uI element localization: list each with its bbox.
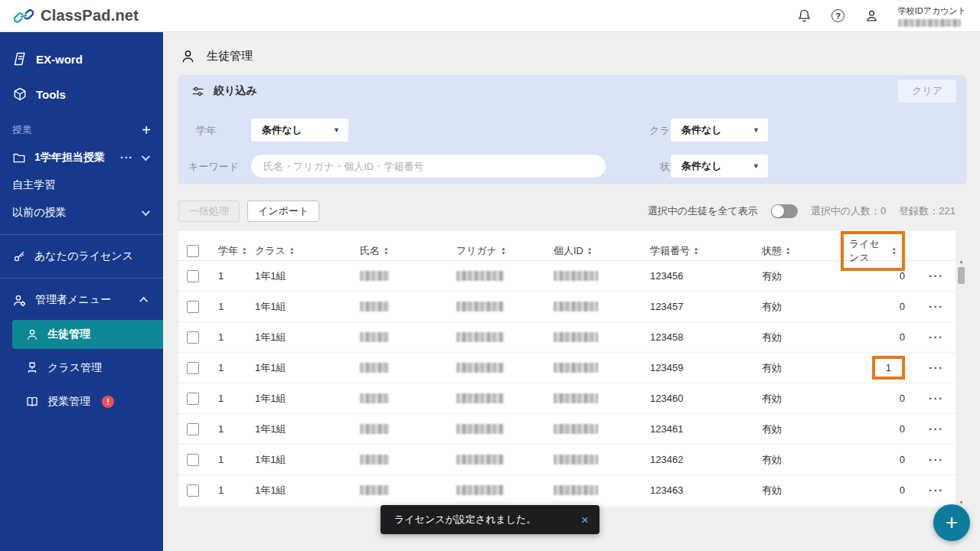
personal-id-cell	[533, 353, 629, 383]
chevron-down-icon[interactable]	[142, 207, 150, 216]
row-actions-icon[interactable]: ···	[929, 454, 944, 466]
row-checkbox[interactable]	[187, 423, 199, 435]
row-checkbox[interactable]	[187, 362, 199, 374]
kana-cell	[436, 322, 533, 352]
sort-grade[interactable]: 学年 ▲▼	[218, 244, 247, 258]
student-number-cell: 123460	[629, 383, 741, 413]
name-redacted	[360, 332, 389, 342]
status-dropdown[interactable]: 条件なし ▼	[671, 155, 768, 178]
clear-filter-button[interactable]: クリア	[898, 80, 956, 103]
row-checkbox[interactable]	[187, 270, 199, 282]
class-cell: 1年1組	[247, 383, 339, 413]
name-cell	[339, 383, 436, 413]
show-selected-toggle[interactable]	[771, 204, 798, 218]
sidebar-item-admin-menu[interactable]: 管理者メニュー	[0, 286, 163, 314]
logo-text: ClassPad.net	[41, 7, 139, 24]
license-cell: 0	[841, 261, 917, 291]
personal-id-redacted	[554, 485, 598, 495]
user-account-icon[interactable]	[864, 8, 880, 24]
sidebar-section-lessons: 授業 +	[0, 116, 163, 144]
help-icon[interactable]: ?	[831, 8, 846, 24]
folder-more-icon[interactable]: ···	[120, 152, 133, 164]
table-scrollbar[interactable]: ▲ ▼	[956, 257, 966, 507]
sort-arrows-icon: ▲▼	[892, 246, 897, 255]
sidebar-item-self-study[interactable]: 自主学習	[0, 171, 163, 199]
kana-cell	[436, 414, 533, 444]
sort-kana[interactable]: フリガナ ▲▼	[456, 244, 506, 258]
row-checkbox[interactable]	[187, 484, 199, 497]
sidebar-item-student-management[interactable]: 生徒管理	[12, 320, 163, 349]
kana-cell	[436, 475, 533, 505]
table-row: 1 1年1組 123463 有効 0 ···	[178, 475, 956, 506]
add-lesson-icon[interactable]: +	[142, 122, 151, 139]
student-number-cell: 123461	[629, 414, 741, 444]
header-right: ? 学校IDアカウント	[797, 5, 966, 27]
class-cell: 1年1組	[247, 292, 339, 321]
class-cell: 1年1組	[247, 322, 339, 352]
grade-cell: 1	[212, 414, 247, 444]
dropdown-caret-icon: ▼	[753, 126, 760, 134]
scrollbar-thumb[interactable]	[958, 267, 965, 284]
notification-bell-icon[interactable]	[797, 8, 812, 24]
toast-message: ライセンスが設定されました。	[394, 513, 536, 527]
sort-personal-id[interactable]: 個人ID ▲▼	[554, 244, 592, 258]
table-row: 1 1年1組 123457 有効 0 ···	[178, 292, 956, 322]
row-checkbox[interactable]	[187, 393, 199, 405]
row-actions-icon[interactable]: ···	[929, 301, 944, 313]
person-icon	[180, 48, 196, 64]
row-actions-icon[interactable]: ···	[929, 270, 944, 282]
sidebar-item-lesson-management[interactable]: 授業管理 !	[0, 387, 163, 416]
kana-redacted	[456, 271, 504, 281]
status-cell: 有効	[741, 445, 841, 474]
sidebar-item-ex-word[interactable]: EX-word	[0, 41, 163, 77]
row-checkbox[interactable]	[187, 331, 199, 344]
scroll-up-icon[interactable]: ▲	[959, 257, 964, 266]
student-table: 学年 ▲▼ クラス ▲▼ 氏名 ▲▼ フリガナ ▲▼ 個人ID ▲▼ 学籍番号 …	[178, 231, 956, 507]
classpad-logo[interactable]: ClassPad.net	[14, 6, 139, 26]
kana-redacted	[456, 424, 504, 434]
row-actions-icon[interactable]: ···	[929, 331, 944, 344]
row-actions-icon[interactable]: ···	[929, 393, 944, 405]
kana-cell	[436, 353, 533, 383]
account-type-label: 学校IDアカウント	[898, 5, 966, 17]
sidebar-item-tools[interactable]: Tools	[0, 77, 163, 112]
license-cell: 0	[841, 292, 917, 321]
chevron-down-icon[interactable]	[142, 152, 150, 161]
import-button[interactable]: インポート	[247, 201, 319, 222]
sidebar-item-class-management[interactable]: クラス管理	[0, 354, 163, 383]
toast-close-icon[interactable]: ×	[581, 514, 589, 527]
keyword-search-input[interactable]	[251, 155, 606, 178]
toast-notification: ライセンスが設定されました。 ×	[381, 505, 599, 534]
sidebar-item-lesson-folder[interactable]: 1学年担当授業 ···	[0, 144, 163, 171]
account-info[interactable]: 学校IDアカウント	[898, 5, 966, 27]
personal-id-cell	[533, 383, 629, 413]
row-actions-icon[interactable]: ···	[929, 484, 944, 497]
sidebar-item-your-license[interactable]: あなたのライセンス	[0, 243, 163, 270]
row-actions-icon[interactable]: ···	[929, 362, 944, 374]
account-name-redacted	[898, 19, 961, 27]
license-cell: 1	[841, 353, 917, 383]
sort-status[interactable]: 状態 ▲▼	[762, 244, 790, 258]
sidebar-item-previous-lessons[interactable]: 以前の授業	[0, 199, 163, 227]
sort-student-number[interactable]: 学籍番号 ▲▼	[650, 244, 698, 258]
sort-name[interactable]: 氏名 ▲▼	[360, 244, 388, 258]
row-actions-icon[interactable]: ···	[929, 423, 944, 435]
license-count: 0	[900, 301, 905, 312]
table-row: 1 1年1組 123460 有効 0 ···	[178, 383, 956, 414]
name-redacted	[360, 363, 389, 373]
grade-dropdown[interactable]: 条件なし ▼	[251, 119, 348, 142]
grade-cell: 1	[212, 322, 247, 352]
row-checkbox[interactable]	[187, 454, 199, 466]
open-book-icon	[25, 395, 39, 409]
row-checkbox[interactable]	[187, 301, 199, 313]
sort-class[interactable]: クラス ▲▼	[255, 244, 294, 258]
sort-arrows-icon: ▲▼	[242, 246, 247, 255]
select-all-checkbox[interactable]	[187, 245, 199, 257]
personal-id-redacted	[554, 393, 598, 403]
add-student-fab[interactable]: +	[933, 504, 970, 541]
chevron-up-icon[interactable]	[139, 297, 148, 305]
dropdown-caret-icon: ▼	[333, 126, 340, 134]
bulk-action-button[interactable]: 一括処理	[178, 201, 240, 222]
class-dropdown[interactable]: 条件なし ▼	[671, 119, 768, 142]
grade-cell: 1	[212, 445, 247, 474]
